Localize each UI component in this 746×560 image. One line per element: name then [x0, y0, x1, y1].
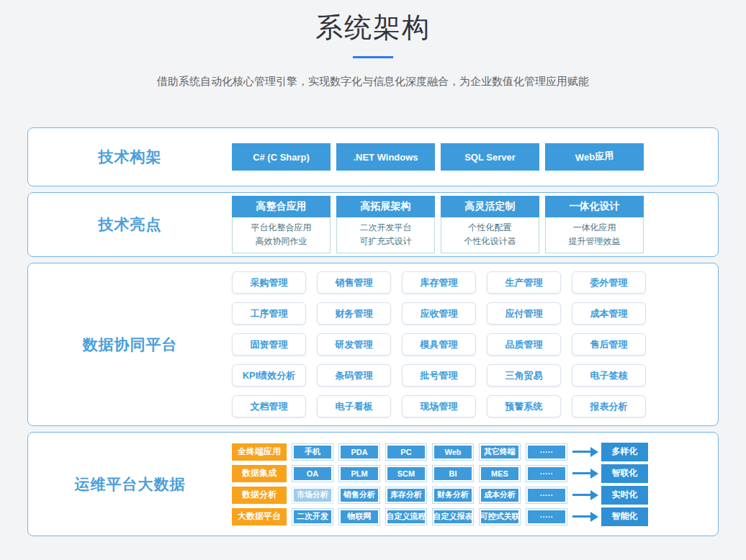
arrow-right-icon — [572, 469, 598, 479]
ops-item: Web — [433, 444, 473, 460]
tech-stack-item-web: Web应用 — [545, 143, 644, 171]
module-chip: 采购管理 — [232, 271, 306, 294]
highlight-card-title: 高灵活定制 — [441, 196, 539, 217]
ops-item-ellipsis: ····· — [526, 444, 567, 460]
ops-item-ellipsis: ····· — [526, 466, 567, 482]
module-chip: 委外管理 — [572, 271, 646, 294]
ops-item: 物联网 — [339, 509, 379, 525]
section-platform: 数据协同平台 采购管理 销售管理 库存管理 生产管理 委外管理 工序管理 财务管… — [27, 263, 719, 426]
page-subtitle: 借助系统自动化核心管理引擎，实现数字化与信息化深度融合，为企业数值化管理应用赋能 — [0, 75, 746, 88]
architecture-diagram: 技术构架 C# (C Sharp) .NET Windows SQL Serve… — [27, 127, 719, 536]
module-chip: 固资管理 — [232, 333, 306, 356]
arrow-right-icon — [572, 447, 598, 457]
highlight-card-body: 平台化整合应用 高效协同作业 — [232, 217, 331, 253]
ops-item: 自定义流程 — [386, 509, 426, 525]
ops-items: 二次开发 物联网 自定义流程 自定义报表 可控式关联 ····· — [292, 509, 567, 525]
module-chip: 电子签核 — [572, 364, 646, 387]
module-chip: 财务管理 — [317, 302, 391, 325]
ops-item: 财务分析 — [433, 487, 473, 503]
section-platform-label: 数据协同平台 — [28, 335, 232, 355]
module-chip: 工序管理 — [232, 302, 306, 325]
module-chip: 品质管理 — [487, 333, 561, 356]
module-chip: 生产管理 — [487, 271, 561, 294]
highlight-card-line: 可扩充式设计 — [337, 235, 434, 248]
module-chip: 文档管理 — [232, 395, 306, 417]
ops-item: MES — [480, 466, 520, 482]
ops-item: 市场分析 — [292, 487, 333, 503]
highlight-card-body: 二次开发平台 可扩充式设计 — [336, 217, 435, 253]
section-ops: 运维平台大数据 全终端应用 手机 PDA PC Web 其它终端 ····· 多… — [27, 432, 719, 536]
ops-item: BI — [433, 466, 473, 482]
ops-item: PLM — [339, 466, 379, 482]
ops-row-label: 数据集成 — [232, 465, 287, 482]
module-chip: 报表分析 — [572, 395, 646, 417]
ops-item: 二次开发 — [292, 509, 333, 525]
module-chip: KPI绩效分析 — [232, 364, 306, 387]
arrow-right-icon — [572, 490, 598, 500]
tech-stack-item-dotnet: .NET Windows — [336, 143, 435, 171]
module-chip: 现场管理 — [402, 395, 476, 417]
title-underline — [353, 56, 393, 58]
ops-item: 可控式关联 — [480, 509, 520, 525]
module-chip: 预警系统 — [487, 395, 561, 417]
ops-rows: 全终端应用 手机 PDA PC Web 其它终端 ····· 多样化 数据集成 — [232, 443, 648, 526]
ops-item: SCM — [386, 466, 426, 482]
ops-result: 智联化 — [601, 464, 648, 483]
section-tech-stack: 技术构架 C# (C Sharp) .NET Windows SQL Serve… — [27, 127, 719, 186]
ops-item: PC — [386, 444, 426, 460]
module-grid: 采购管理 销售管理 库存管理 生产管理 委外管理 工序管理 财务管理 应收管理 … — [232, 271, 646, 417]
ops-item: 销售分析 — [339, 487, 379, 503]
module-chip: 条码管理 — [317, 364, 391, 387]
page-title: 系统架构 — [0, 10, 746, 45]
highlight-card-line: 二次开发平台 — [337, 221, 434, 235]
tech-stack-item-label: C# (C Sharp) — [253, 152, 310, 163]
highlight-card-line: 个性化设计器 — [441, 235, 539, 248]
ops-row-integration: 数据集成 OA PLM SCM BI MES ····· 智联化 — [232, 464, 648, 483]
ops-item: OA — [292, 466, 333, 482]
module-chip: 研发管理 — [317, 333, 391, 356]
ops-row-terminals: 全终端应用 手机 PDA PC Web 其它终端 ····· 多样化 — [232, 443, 648, 461]
section-tech-stack-label: 技术构架 — [28, 147, 232, 167]
highlight-card-body: 个性化配置 个性化设计器 — [441, 217, 539, 253]
tech-stack-item-label: Web应用 — [575, 149, 614, 165]
highlight-card-extensibility: 高拓展架构 二次开发平台 可扩充式设计 — [336, 196, 435, 253]
module-chip: 批号管理 — [402, 364, 476, 387]
page-header: 系统架构 借助系统自动化核心管理引擎，实现数字化与信息化深度融合，为企业数值化管… — [0, 0, 746, 88]
tech-stack-list: C# (C Sharp) .NET Windows SQL Server Web… — [232, 143, 644, 171]
highlight-card-title: 一体化设计 — [545, 196, 644, 217]
ops-item: 手机 — [292, 444, 333, 460]
ops-items: 市场分析 销售分析 库存分析 财务分析 成本分析 ····· — [292, 487, 567, 503]
module-chip: 电子看板 — [317, 395, 391, 417]
highlight-cards: 高整合应用 平台化整合应用 高效协同作业 高拓展架构 二次开发平台 可扩充式设计… — [232, 196, 644, 253]
ops-item: 其它终端 — [480, 444, 520, 460]
ops-item-ellipsis: ····· — [526, 509, 567, 525]
ops-result: 智能化 — [601, 507, 648, 526]
module-chip: 应付管理 — [487, 302, 561, 325]
highlight-card-line: 高效协同作业 — [233, 235, 330, 248]
highlight-card-title: 高整合应用 — [232, 196, 331, 217]
page: 系统架构 借助系统自动化核心管理引擎，实现数字化与信息化深度融合，为企业数值化管… — [0, 0, 746, 560]
ops-result: 多样化 — [601, 443, 648, 461]
ops-item: 自定义报表 — [433, 509, 473, 525]
highlight-card-integration: 高整合应用 平台化整合应用 高效协同作业 — [232, 196, 331, 253]
module-chip: 售后管理 — [572, 333, 646, 356]
ops-item-ellipsis: ····· — [526, 487, 567, 503]
highlight-card-line: 个性化配置 — [441, 221, 539, 235]
ops-items: OA PLM SCM BI MES ····· — [292, 466, 567, 482]
ops-item: 库存分析 — [386, 487, 426, 503]
module-chip: 库存管理 — [402, 271, 476, 294]
highlight-card-unified: 一体化设计 一体化应用 提升管理效益 — [545, 196, 644, 253]
tech-stack-item-sqlserver: SQL Server — [441, 143, 539, 171]
ops-items: 手机 PDA PC Web 其它终端 ····· — [292, 444, 567, 460]
highlight-card-title: 高拓展架构 — [336, 196, 435, 217]
ops-item: PDA — [339, 444, 379, 460]
section-highlights-label: 技术亮点 — [28, 214, 232, 235]
ops-row-bigdata: 大数据平台 二次开发 物联网 自定义流程 自定义报表 可控式关联 ····· 智… — [232, 507, 648, 526]
arrow-right-icon — [572, 512, 598, 522]
ops-row-analytics: 数据分析 市场分析 销售分析 库存分析 财务分析 成本分析 ····· 实时化 — [232, 486, 648, 505]
section-highlights: 技术亮点 高整合应用 平台化整合应用 高效协同作业 高拓展架构 二次开发平台 可… — [27, 192, 719, 257]
highlight-card-body: 一体化应用 提升管理效益 — [545, 217, 644, 253]
tech-stack-item-csharp: C# (C Sharp) — [232, 143, 331, 171]
highlight-card-line: 一体化应用 — [546, 221, 643, 235]
module-chip: 成本管理 — [572, 302, 646, 325]
